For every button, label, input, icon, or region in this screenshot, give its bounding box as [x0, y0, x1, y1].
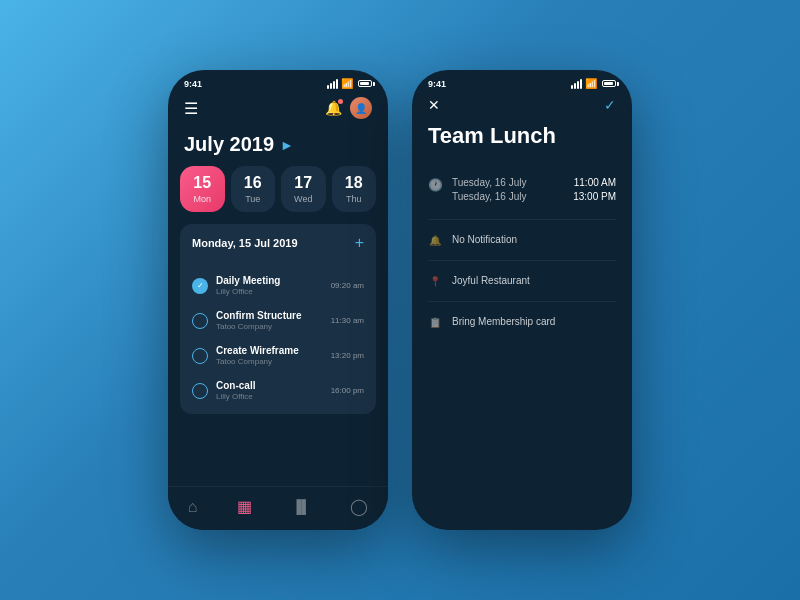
month-label: July 2019	[184, 133, 274, 156]
bell-icon[interactable]: 🔔	[325, 100, 342, 116]
avatar[interactable]: 👤	[350, 97, 372, 119]
divider-1	[428, 219, 616, 220]
divider-2	[428, 260, 616, 261]
bottom-nav: ⌂ ▦ ▐▌ ◯	[168, 486, 388, 530]
notification-label: No Notification	[452, 234, 517, 245]
event-detail-title: Team Lunch	[412, 123, 632, 169]
event-sub-concall: Lilly Office	[216, 392, 323, 401]
event-create-wireframe[interactable]: Create Wireframe Tatoo Company 13:20 pm	[180, 338, 376, 373]
event-check-done: ✓	[192, 278, 208, 294]
date-day-17: Wed	[294, 194, 312, 204]
date-num-16: 16	[244, 174, 262, 192]
notification-dot	[338, 99, 343, 104]
location-icon: 📍	[428, 276, 442, 287]
signal-icon	[327, 79, 338, 89]
left-phone: 9:41 📶 ☰ 🔔 👤 July	[168, 70, 388, 530]
event-concall[interactable]: Con-call Lilly Office 16:00 pm	[180, 373, 376, 408]
home-icon: ⌂	[188, 498, 198, 516]
date-num-15: 15	[193, 174, 211, 192]
signal-icon-right	[571, 79, 582, 89]
note-row[interactable]: 📋 Bring Membership card	[412, 308, 632, 336]
wifi-icon-right: 📶	[585, 78, 597, 89]
status-bar-right: 9:41 📶	[412, 70, 632, 93]
start-date-label: Tuesday, 16 July	[452, 177, 526, 188]
date-card-15[interactable]: 15 Mon	[180, 166, 225, 212]
event-time-concall: 16:00 pm	[331, 386, 364, 395]
event-confirm-structure[interactable]: Confirm Structure Tatoo Company 11:30 am	[180, 303, 376, 338]
event-check-todo-2	[192, 348, 208, 364]
end-time-label: 13:00 PM	[573, 191, 616, 202]
event-sub-daily: Lilly Office	[216, 287, 323, 296]
event-info-wireframe: Create Wireframe Tatoo Company	[216, 345, 323, 366]
event-info-daily: Daily Meeting Lilly Office	[216, 275, 323, 296]
event-time-confirm: 11:30 am	[331, 316, 364, 325]
status-icons-left: 📶	[327, 78, 372, 89]
date-day-16: Tue	[245, 194, 260, 204]
time-detail-row: 🕐 Tuesday, 16 July 11:00 AM Tuesday, 16 …	[412, 169, 632, 213]
nav-calendar[interactable]: ▦	[237, 497, 252, 516]
note-icon: 📋	[428, 317, 442, 328]
close-button[interactable]: ✕	[428, 97, 440, 113]
left-header: ☰ 🔔 👤	[168, 93, 388, 127]
event-time-daily: 09:20 am	[331, 281, 364, 290]
time-right: 9:41	[428, 79, 446, 89]
location-row[interactable]: 📍 Joyful Restaurant	[412, 267, 632, 295]
nav-home[interactable]: ⌂	[188, 498, 198, 516]
clock-icon: 🕐	[428, 178, 442, 192]
confirm-button[interactable]: ✓	[604, 97, 616, 113]
event-info-confirm: Confirm Structure Tatoo Company	[216, 310, 323, 331]
battery-icon-right	[602, 80, 616, 87]
start-time-label: 11:00 AM	[574, 177, 616, 188]
date-card-18[interactable]: 18 Thu	[332, 166, 377, 212]
month-arrow-icon[interactable]: ►	[280, 137, 294, 153]
status-bar-left: 9:41 📶	[168, 70, 388, 93]
calendar-icon: ▦	[237, 497, 252, 516]
schedule-date-label: Monday, 15 Jul 2019	[192, 237, 298, 249]
event-sub-wireframe: Tatoo Company	[216, 357, 323, 366]
date-num-17: 17	[294, 174, 312, 192]
end-date-label: Tuesday, 16 July	[452, 191, 526, 202]
right-header: ✕ ✓	[412, 93, 632, 123]
event-check-todo-3	[192, 383, 208, 399]
add-event-button[interactable]: +	[355, 234, 364, 252]
note-label: Bring Membership card	[452, 316, 555, 327]
notification-row[interactable]: 🔔 No Notification	[412, 226, 632, 254]
date-card-17[interactable]: 17 Wed	[281, 166, 326, 212]
time-detail-content: Tuesday, 16 July 11:00 AM Tuesday, 16 Ju…	[452, 177, 616, 205]
header-right: 🔔 👤	[325, 97, 372, 119]
notification-icon: 🔔	[428, 235, 442, 246]
event-sub-confirm: Tatoo Company	[216, 322, 323, 331]
menu-icon[interactable]: ☰	[184, 99, 198, 118]
divider-3	[428, 301, 616, 302]
event-check-todo-1	[192, 313, 208, 329]
event-time-wireframe: 13:20 pm	[331, 351, 364, 360]
nav-profile[interactable]: ◯	[350, 497, 368, 516]
stats-icon: ▐▌	[292, 499, 310, 514]
event-name-confirm: Confirm Structure	[216, 310, 323, 321]
profile-icon: ◯	[350, 497, 368, 516]
status-icons-right: 📶	[571, 78, 616, 89]
events-list: ✓ Daily Meeting Lilly Office 09:20 am Co…	[180, 262, 376, 414]
nav-stats[interactable]: ▐▌	[292, 499, 310, 514]
checkmark-icon: ✓	[197, 281, 204, 290]
battery-icon	[358, 80, 372, 87]
month-title: July 2019 ►	[168, 127, 388, 166]
right-phone: 9:41 📶 ✕ ✓ Team Lunch 🕐 Tuesday, 16 July…	[412, 70, 632, 530]
event-name-daily: Daily Meeting	[216, 275, 323, 286]
event-name-concall: Con-call	[216, 380, 323, 391]
wifi-icon: 📶	[341, 78, 353, 89]
date-day-18: Thu	[346, 194, 362, 204]
schedule-header: Monday, 15 Jul 2019 +	[180, 224, 376, 262]
event-name-wireframe: Create Wireframe	[216, 345, 323, 356]
date-day-15: Mon	[193, 194, 211, 204]
start-time-row: Tuesday, 16 July 11:00 AM	[452, 177, 616, 188]
location-label: Joyful Restaurant	[452, 275, 530, 286]
date-strip: 15 Mon 16 Tue 17 Wed 18 Thu	[168, 166, 388, 224]
event-daily-meeting[interactable]: ✓ Daily Meeting Lilly Office 09:20 am	[180, 268, 376, 303]
date-card-16[interactable]: 16 Tue	[231, 166, 276, 212]
event-info-concall: Con-call Lilly Office	[216, 380, 323, 401]
end-time-row: Tuesday, 16 July 13:00 PM	[452, 191, 616, 202]
time-left: 9:41	[184, 79, 202, 89]
date-num-18: 18	[345, 174, 363, 192]
